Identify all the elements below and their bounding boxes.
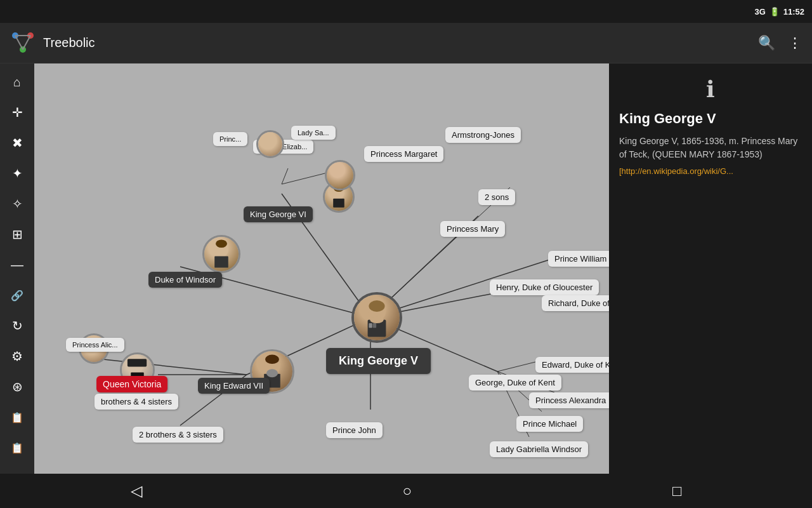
svg-line-14 bbox=[282, 168, 288, 184]
sidebar: ⌂ ✛ ✖ ✦ ✧ ⊞ — 🔗 ↻ ⚙ ⊛ 📋 📋 bbox=[0, 64, 34, 474]
node-label-duke-windsor[interactable]: Duke of Windsor bbox=[148, 272, 222, 288]
bottom-nav: ◁ ○ □ bbox=[0, 474, 812, 508]
minus-button[interactable]: — bbox=[4, 251, 30, 278]
node-label-prince-john[interactable]: Prince John bbox=[326, 422, 383, 438]
rotate-button[interactable]: ↻ bbox=[4, 312, 30, 339]
svg-line-5 bbox=[23, 36, 30, 50]
info-title: King George V bbox=[619, 110, 802, 127]
svg-point-38 bbox=[265, 354, 279, 364]
expand-button[interactable]: ⊞ bbox=[4, 221, 30, 248]
node-label-george6[interactable]: King George VI bbox=[244, 206, 313, 222]
app-title: Treebolic bbox=[43, 36, 758, 50]
battery-icon: 🔋 bbox=[769, 7, 780, 17]
node-label-queen-victoria[interactable]: Queen Victoria bbox=[96, 376, 167, 392]
search-icon[interactable]: 🔍 bbox=[758, 35, 775, 51]
node-label-henry-gloucester[interactable]: Henry, Duke of Gloucester bbox=[490, 279, 599, 295]
svg-line-4 bbox=[15, 36, 23, 50]
node-label-king-edward7[interactable]: King Edward VII bbox=[198, 378, 270, 394]
svg-point-28 bbox=[370, 316, 384, 323]
svg-rect-36 bbox=[214, 257, 228, 268]
time-display: 11:52 bbox=[783, 7, 804, 17]
app-bar: Treebolic 🔍 ⋮ bbox=[0, 23, 812, 64]
link-button[interactable]: 🔗 bbox=[4, 282, 30, 309]
node-label-lady-sarah[interactable]: Lady Sa... bbox=[291, 126, 336, 140]
node-label-princess-mary[interactable]: Princess Mary bbox=[440, 221, 505, 237]
home-nav-button[interactable]: ○ bbox=[403, 482, 412, 500]
tree-canvas[interactable]: King George V King George VI Duke of Win… bbox=[34, 64, 609, 474]
node-label-brothers-sisters[interactable]: brothers & 4 sisters bbox=[95, 394, 178, 410]
info-panel: ℹ King George V King George V, 1865-1936… bbox=[609, 64, 812, 474]
node-label-richard-glo[interactable]: Richard, Duke of Glo... bbox=[542, 295, 609, 311]
info-icon: ℹ bbox=[619, 76, 802, 103]
node-label-armstrong-jones[interactable]: Armstrong-Jones bbox=[445, 127, 521, 143]
svg-rect-33 bbox=[333, 199, 344, 208]
compass-button[interactable]: ✦ bbox=[4, 160, 30, 187]
recent-apps-button[interactable]: □ bbox=[672, 482, 682, 500]
node-label-edward-kent[interactable]: Edward, Duke of K... bbox=[535, 357, 609, 373]
node-king-george-v[interactable] bbox=[351, 292, 402, 343]
node-label-prince-michael[interactable]: Prince Michael bbox=[516, 416, 583, 432]
node-label-george-kent[interactable]: George, Duke of Kent bbox=[469, 375, 561, 391]
filter-button[interactable]: ⊛ bbox=[4, 373, 30, 400]
app-logo bbox=[10, 30, 36, 56]
node-label-lady-gabriella[interactable]: Lady Gabriella Windsor bbox=[490, 441, 588, 457]
node-charles-avatar bbox=[256, 130, 284, 158]
svg-rect-29 bbox=[369, 323, 372, 328]
svg-rect-30 bbox=[373, 323, 376, 328]
svg-rect-42 bbox=[128, 359, 147, 366]
info-link[interactable]: [http://en.wikipedia.org/wiki/G... bbox=[619, 166, 802, 176]
compass2-button[interactable]: ✧ bbox=[4, 190, 30, 217]
node-label-prince-william[interactable]: Prince William bbox=[548, 251, 609, 267]
info-body: King George V, 1865-1936, m. Princess Ma… bbox=[619, 135, 802, 161]
node-label-2brothers-3sisters[interactable]: 2 brothers & 3 sisters bbox=[133, 427, 223, 443]
zoom-out-button[interactable]: ✖ bbox=[4, 130, 30, 156]
node-label-princess-alice[interactable]: Princess Alic... bbox=[66, 338, 124, 352]
home-button[interactable]: ⌂ bbox=[4, 69, 30, 95]
node-label-king-george-v[interactable]: King George V bbox=[326, 348, 431, 374]
layers-button[interactable]: 📋 bbox=[4, 434, 30, 461]
node-duke-avatar bbox=[202, 235, 240, 273]
node-label-princess-alexandra[interactable]: Princess Alexandra bbox=[529, 392, 609, 408]
node-label-prince-charles[interactable]: Princ... bbox=[213, 132, 247, 146]
node-label-princess-margaret[interactable]: Princess Margaret bbox=[364, 146, 443, 162]
settings-button[interactable]: ⚙ bbox=[4, 343, 30, 370]
svg-point-40 bbox=[266, 369, 278, 377]
svg-point-35 bbox=[216, 240, 227, 248]
zoom-in-button[interactable]: ✛ bbox=[4, 99, 30, 126]
bookmarks-button[interactable]: 📋 bbox=[4, 404, 30, 431]
svg-point-26 bbox=[369, 300, 384, 312]
back-button[interactable]: ◁ bbox=[131, 482, 142, 500]
status-bar: 3G 🔋 11:52 bbox=[0, 0, 812, 23]
node-label-2sons[interactable]: 2 sons bbox=[478, 189, 515, 205]
node-margaret-avatar bbox=[325, 160, 355, 190]
network-indicator: 3G bbox=[754, 7, 765, 17]
tree-svg bbox=[34, 64, 609, 474]
more-options-icon[interactable]: ⋮ bbox=[788, 35, 802, 51]
